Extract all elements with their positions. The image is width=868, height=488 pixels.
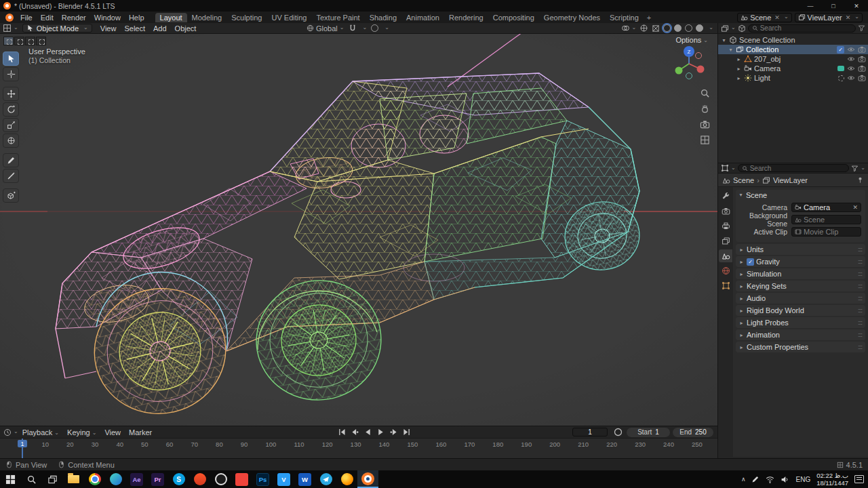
taskbar-app-firefox[interactable]	[336, 470, 357, 488]
outliner-row-207-obj[interactable]: 207_obj	[718, 54, 868, 64]
menu-file[interactable]: File	[16, 13, 37, 22]
minimize-button[interactable]: —	[799, 0, 822, 12]
properties-search[interactable]	[738, 164, 850, 172]
taskbar-app-telegram[interactable]	[315, 470, 336, 488]
gizmo-z-neg[interactable]	[686, 73, 692, 79]
tool-scale[interactable]	[3, 118, 19, 132]
expand-icon[interactable]	[736, 66, 742, 72]
tab-world-properties[interactable]	[719, 264, 732, 277]
language-indicator[interactable]: ENG	[795, 476, 810, 483]
tab-geometry-nodes[interactable]: Geometry Nodes	[539, 13, 605, 22]
outliner-row-collection[interactable]: Collection ✓	[718, 45, 868, 54]
task-view-button[interactable]	[42, 470, 63, 488]
panel-gravity[interactable]: ✓Gravity::::	[736, 256, 865, 267]
add-workspace-button[interactable]: +	[644, 13, 654, 22]
panel-rigid-body-world[interactable]: Rigid Body World::::	[736, 305, 865, 316]
start-button[interactable]	[0, 470, 21, 488]
editor-type-button[interactable]	[3, 24, 18, 33]
timeline-editor-type[interactable]	[3, 428, 18, 436]
panel-simulation[interactable]: Simulation::::	[736, 268, 865, 279]
auto-keying-toggle[interactable]	[614, 428, 623, 436]
menu-render[interactable]: Render	[58, 13, 90, 22]
shading-material-button[interactable]	[685, 24, 692, 32]
taskbar-app-premiere[interactable]: Pr	[147, 470, 168, 488]
gizmo-x-neg[interactable]	[696, 53, 702, 59]
tab-scene-properties[interactable]	[719, 249, 732, 262]
outliner-row-camera[interactable]: Camera	[718, 64, 868, 73]
properties-filter[interactable]	[851, 165, 865, 172]
select-mode-intersect[interactable]	[36, 37, 46, 45]
expand-icon[interactable]	[721, 37, 727, 43]
grid-ortho-icon[interactable]	[700, 135, 710, 145]
filter-icon[interactable]	[858, 24, 865, 32]
tab-shading[interactable]: Shading	[365, 13, 401, 22]
properties-editor-type[interactable]	[721, 164, 736, 172]
tab-viewlayer-properties[interactable]	[719, 235, 732, 247]
gravity-checkbox[interactable]: ✓	[747, 258, 754, 266]
pin-icon[interactable]	[856, 176, 864, 184]
taskbar-app-obs[interactable]	[210, 470, 231, 488]
menu-object[interactable]: Object	[171, 24, 201, 33]
menu-window[interactable]: Window	[90, 13, 125, 22]
taskbar-app-brave[interactable]	[189, 470, 210, 488]
menu-help[interactable]: Help	[125, 13, 149, 22]
outliner-row-scene-collection[interactable]: Scene Collection	[718, 35, 868, 45]
tool-rotate[interactable]	[3, 102, 19, 117]
tab-animation[interactable]: Animation	[401, 13, 444, 22]
expand-icon[interactable]	[728, 47, 734, 53]
play-reverse-button[interactable]	[362, 428, 373, 437]
panel-animation[interactable]: Animation::::	[736, 329, 865, 340]
show-overlays-toggle[interactable]	[621, 24, 637, 33]
3d-viewport[interactable]: Options User Perspective (1) Collection …	[0, 34, 717, 426]
prev-keyframe-button[interactable]	[349, 428, 360, 437]
hidden-icons-caret[interactable]: ∧	[741, 476, 746, 483]
viewlayer-remove-icon[interactable]: ✕	[846, 14, 851, 21]
pan-hand-icon[interactable]	[700, 104, 710, 114]
camera-field[interactable]: Camera ✕	[791, 203, 861, 212]
render-visibility-icon[interactable]	[858, 55, 866, 63]
outliner-display-mode[interactable]	[738, 24, 746, 33]
panel-light-probes[interactable]: Light Probes::::	[736, 317, 865, 328]
tab-texture-paint[interactable]: Texture Paint	[311, 13, 364, 22]
gizmo-y-axis[interactable]	[675, 67, 683, 75]
action-center-icon[interactable]	[854, 475, 864, 483]
shading-wireframe-button[interactable]	[663, 24, 671, 32]
taskbar-app-word[interactable]: W	[294, 470, 315, 488]
tab-scripting[interactable]: Scripting	[605, 13, 644, 22]
tab-object-properties[interactable]	[719, 279, 732, 292]
xray-toggle[interactable]	[652, 24, 660, 33]
tab-compositing[interactable]: Compositing	[488, 13, 539, 22]
panel-audio[interactable]: Audio::::	[736, 293, 865, 304]
taskbar-app-chrome[interactable]	[84, 470, 105, 488]
menu-select[interactable]: Select	[120, 24, 149, 33]
menu-add[interactable]: Add	[149, 24, 171, 33]
menu-playback[interactable]: Playback	[18, 428, 63, 436]
next-keyframe-button[interactable]	[388, 428, 399, 437]
menu-view[interactable]: View	[96, 24, 121, 33]
breadcrumb-scene[interactable]: Scene	[733, 176, 754, 184]
menu-marker[interactable]: Marker	[125, 428, 156, 436]
tool-annotate[interactable]	[3, 153, 19, 167]
tool-select-box[interactable]	[3, 52, 19, 66]
outliner-row-light[interactable]: Light	[718, 73, 868, 83]
shading-rendered-button[interactable]	[696, 24, 703, 32]
tab-layout[interactable]: Layout	[155, 13, 187, 22]
outliner-search-input[interactable]	[760, 24, 852, 32]
collection-checkbox[interactable]: ✓	[837, 46, 844, 54]
taskbar-app-after-effects[interactable]: Ae	[126, 470, 147, 488]
tab-rendering[interactable]: Rendering	[444, 13, 488, 22]
shading-solid-button[interactable]	[674, 24, 682, 32]
taskbar-app-vscode[interactable]: V	[273, 470, 294, 488]
taskbar-app-anydesk[interactable]	[231, 470, 252, 488]
breadcrumb-viewlayer[interactable]: ViewLayer	[773, 176, 808, 184]
viewlayer-selector[interactable]: ViewLayer ✕	[795, 13, 863, 22]
taskbar-app-skype[interactable]: S	[168, 470, 189, 488]
select-mode-extend[interactable]	[14, 37, 24, 45]
hide-eye-icon[interactable]	[847, 45, 855, 54]
tool-measure[interactable]	[3, 169, 19, 183]
wifi-icon[interactable]	[766, 475, 774, 484]
frame-end-field[interactable]: End250	[673, 428, 713, 437]
active-clip-field[interactable]: Movie Clip	[791, 227, 861, 237]
expand-icon[interactable]	[736, 75, 742, 81]
properties-search-input[interactable]	[750, 165, 846, 172]
